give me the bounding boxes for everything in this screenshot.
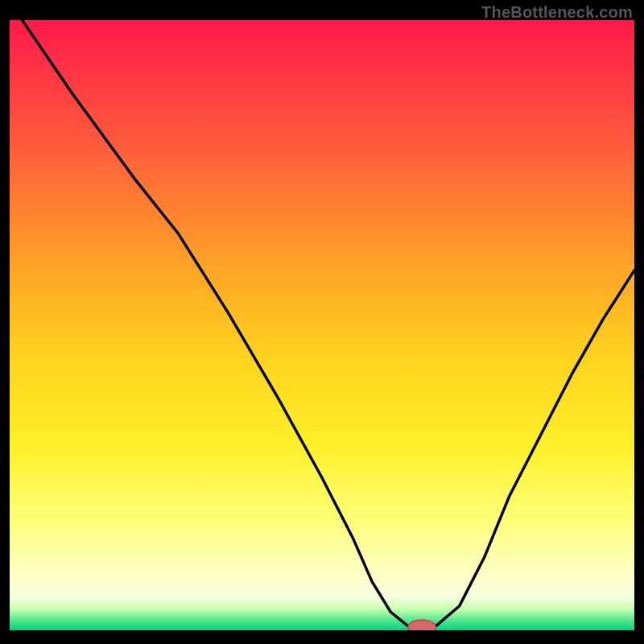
attribution-label: TheBottleneck.com: [481, 3, 633, 22]
chart-svg: [10, 20, 634, 630]
plot-area: [10, 20, 634, 630]
gradient-background: [10, 20, 634, 630]
optimum-marker: [408, 620, 436, 630]
chart-frame: TheBottleneck.com: [0, 0, 644, 644]
